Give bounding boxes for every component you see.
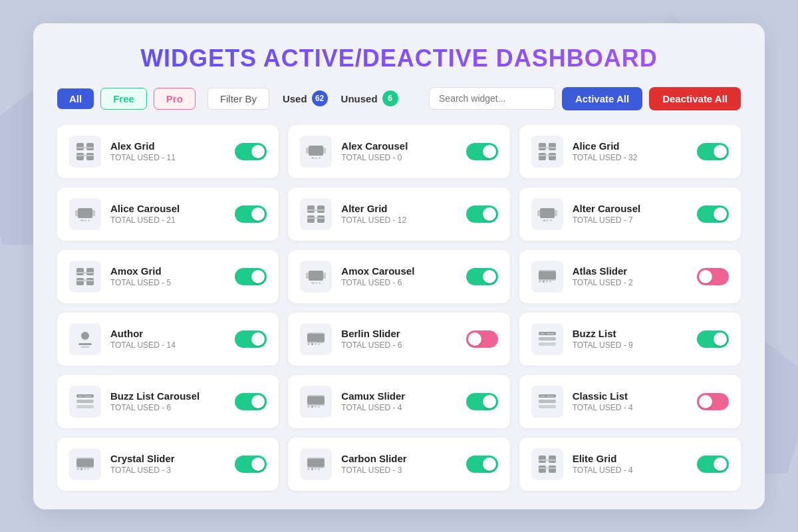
widget-used: TOTAL USED - 7	[573, 215, 688, 225]
btn-pro[interactable]: Pro	[154, 88, 196, 110]
toggle-knob	[483, 458, 496, 471]
widget-info: Alex Grid TOTAL USED - 11	[110, 140, 225, 162]
page-title: WIDGETS ACTIVE/DEACTIVE DASHBOARD	[57, 45, 741, 72]
btn-all[interactable]: All	[57, 88, 94, 109]
widget-info: Amox Grid TOTAL USED - 5	[110, 265, 225, 287]
widget-used: TOTAL USED - 6	[341, 278, 456, 287]
deactivate-all-button[interactable]: Deactivate All	[649, 87, 741, 110]
toggle-switch[interactable]	[466, 331, 498, 348]
toggle-knob	[483, 395, 496, 408]
widget-icon-list	[69, 386, 101, 418]
toggle-switch[interactable]	[466, 143, 498, 160]
widget-info: Buzz List TOTAL USED - 9	[573, 328, 688, 350]
widget-info: Crystal Slider TOTAL USED - 3	[110, 453, 225, 475]
toggle-switch[interactable]	[466, 205, 498, 223]
svg-rect-40	[76, 268, 84, 275]
widget-card: Atlas Slider TOTAL USED - 2	[519, 250, 741, 303]
toggle-switch[interactable]	[466, 268, 498, 285]
used-label: Used	[283, 93, 307, 104]
widget-info: Alice Grid TOTAL USED - 32	[573, 140, 688, 162]
toggle-knob	[251, 145, 265, 158]
svg-rect-44	[76, 272, 94, 273]
svg-rect-31	[317, 215, 325, 223]
toggle-switch[interactable]	[235, 143, 267, 160]
svg-rect-5	[86, 143, 94, 150]
toggle-knob	[714, 332, 727, 346]
svg-rect-6	[76, 153, 84, 160]
widget-grid: Alex Grid TOTAL USED - 11 Alex Carousel …	[57, 125, 741, 491]
widget-name: Alex Grid	[110, 140, 225, 152]
widget-used: TOTAL USED - 0	[341, 153, 456, 162]
toggle-switch[interactable]	[235, 268, 267, 285]
widget-name: Camux Slider	[341, 390, 456, 402]
widget-info: Buzz List Carousel TOTAL USED - 6	[110, 390, 225, 412]
toggle-knob	[714, 207, 727, 221]
svg-rect-82	[318, 406, 320, 408]
toggle-switch[interactable]	[697, 456, 729, 473]
activate-all-button[interactable]: Activate All	[562, 87, 642, 110]
widget-used: TOTAL USED - 6	[341, 340, 456, 350]
svg-rect-49	[311, 282, 315, 284]
svg-rect-30	[307, 215, 315, 223]
widget-used: TOTAL USED - 2	[573, 278, 688, 287]
toggle-switch[interactable]	[697, 331, 729, 348]
widget-icon-list	[531, 323, 563, 355]
svg-rect-57	[549, 281, 551, 283]
widget-icon-grid	[69, 136, 101, 168]
toggle-knob	[483, 270, 496, 283]
toggle-switch[interactable]	[466, 456, 498, 473]
svg-rect-55	[543, 281, 545, 283]
widget-icon-carousel	[300, 136, 332, 168]
widget-used: TOTAL USED - 3	[110, 466, 225, 475]
toggle-switch[interactable]	[697, 393, 729, 410]
svg-rect-91	[80, 468, 82, 470]
widget-icon-slider	[300, 323, 332, 355]
toggle-switch[interactable]	[235, 456, 267, 473]
svg-rect-62	[307, 334, 325, 342]
search-input[interactable]	[429, 87, 555, 110]
widget-icon-grid	[531, 448, 563, 480]
toggle-knob	[714, 145, 727, 158]
svg-rect-68	[539, 337, 556, 340]
widget-info: Classic List TOTAL USED - 4	[573, 390, 688, 412]
svg-rect-81	[315, 406, 317, 408]
widget-name: Carbon Slider	[341, 453, 456, 464]
widget-icon-slider	[531, 261, 563, 293]
svg-rect-25	[80, 219, 84, 221]
btn-free[interactable]: Free	[100, 88, 147, 110]
widget-card: Camux Slider TOTAL USED - 4	[288, 375, 509, 428]
widget-info: Alter Grid TOTAL USED - 12	[341, 203, 456, 225]
toggle-switch[interactable]	[466, 393, 498, 410]
widget-icon-list	[531, 386, 563, 418]
svg-rect-65	[315, 343, 317, 345]
widget-name: Alex Carousel	[341, 140, 456, 152]
svg-rect-29	[317, 205, 325, 213]
svg-rect-76	[84, 396, 92, 397]
svg-rect-92	[84, 468, 86, 470]
toggle-switch[interactable]	[235, 331, 267, 348]
svg-rect-79	[307, 406, 310, 408]
svg-rect-22	[78, 208, 92, 218]
widget-name: Buzz List Carousel	[110, 390, 225, 402]
widget-name: Berlin Slider	[341, 328, 456, 339]
widget-icon-author	[69, 323, 101, 355]
toggle-switch[interactable]	[697, 205, 729, 223]
svg-rect-93	[87, 468, 89, 470]
svg-rect-17	[549, 143, 556, 150]
toggle-switch[interactable]	[235, 205, 267, 223]
svg-rect-84	[539, 400, 556, 403]
toggle-switch[interactable]	[235, 393, 267, 410]
svg-rect-89	[76, 459, 94, 467]
svg-point-58	[81, 332, 89, 340]
svg-rect-35	[537, 210, 540, 216]
filter-by-button[interactable]: Filter By	[207, 88, 269, 110]
svg-rect-10	[309, 146, 323, 156]
widget-card: Amox Grid TOTAL USED - 5	[57, 250, 279, 303]
svg-rect-78	[307, 396, 325, 404]
svg-rect-99	[318, 468, 320, 470]
toggle-switch[interactable]	[697, 143, 729, 160]
svg-rect-42	[76, 278, 84, 285]
svg-rect-86	[541, 396, 545, 397]
widget-used: TOTAL USED - 14	[110, 340, 225, 350]
toggle-switch[interactable]	[697, 268, 729, 285]
